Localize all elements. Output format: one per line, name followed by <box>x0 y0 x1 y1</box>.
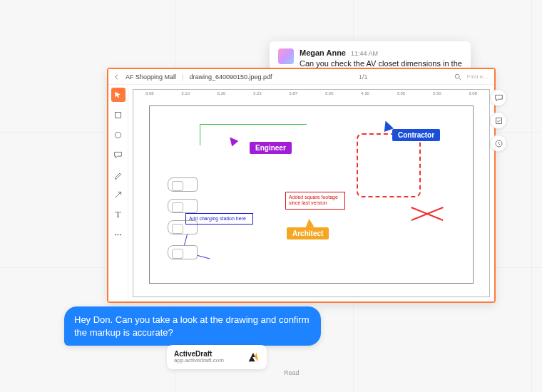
project-name[interactable]: AF Shopping Mall <box>126 73 176 81</box>
tool-rail: T <box>108 85 128 301</box>
comments-button[interactable] <box>490 89 507 106</box>
car-icon <box>168 245 198 259</box>
back-icon[interactable] <box>114 74 120 80</box>
search-icon[interactable] <box>454 73 461 81</box>
svg-point-4 <box>118 234 119 235</box>
pen-tool[interactable] <box>111 167 126 182</box>
select-tool[interactable] <box>111 108 126 122</box>
cursor-tool[interactable] <box>111 88 126 102</box>
architect-arrow-icon <box>305 218 314 227</box>
link-preview[interactable]: ActiveDraft app.activedraft.com <box>167 345 267 369</box>
comment-author: Megan Anne <box>300 48 346 57</box>
page-indicator: 1/1 <box>359 73 368 81</box>
note-charging-station[interactable]: Add charging station here <box>185 213 253 225</box>
svg-point-5 <box>120 234 121 235</box>
app-window: AF Shopping Mall | drawing_640090150.jpe… <box>107 68 496 303</box>
note-square-footage[interactable]: Added square footage since last version <box>285 192 345 210</box>
contractor-tag[interactable]: Contractor <box>392 129 440 141</box>
circle-tool[interactable] <box>111 128 126 142</box>
avatar <box>278 48 294 64</box>
link-url: app.activedraft.com <box>174 358 224 364</box>
svg-rect-1 <box>115 112 121 118</box>
search-placeholder[interactable]: Find a… <box>467 73 489 80</box>
text-tool[interactable]: T <box>111 207 126 222</box>
architect-tag[interactable]: Architect <box>287 227 329 239</box>
right-tool-rail <box>490 89 507 152</box>
read-receipt: Read <box>284 369 300 376</box>
svg-point-3 <box>115 234 116 235</box>
titlebar: AF Shopping Mall | drawing_640090150.jpe… <box>108 69 494 85</box>
activedraft-logo-icon <box>247 351 260 363</box>
svg-rect-6 <box>496 118 501 123</box>
comment-time: 11:44 AM <box>351 50 378 57</box>
red-cross-markup[interactable] <box>410 199 444 227</box>
svg-point-0 <box>455 74 459 78</box>
svg-point-2 <box>115 132 121 138</box>
engineer-tag[interactable]: Engineer <box>250 142 292 154</box>
car-icon <box>168 199 198 213</box>
more-tool[interactable] <box>111 227 126 242</box>
tasks-button[interactable] <box>490 112 507 129</box>
comment-tool[interactable] <box>111 148 126 162</box>
car-icon <box>168 177 198 192</box>
history-button[interactable] <box>490 135 507 152</box>
red-dashed-region[interactable] <box>357 133 421 197</box>
drawing-canvas[interactable]: 3.083.10 6.203.22 5.873.05 4.303.05 5.50… <box>128 85 494 301</box>
chat-bubble: Hey Don. Can you take a look at the draw… <box>64 306 321 346</box>
dimension-row: 3.083.10 6.203.22 5.873.05 4.303.05 5.50… <box>133 88 490 99</box>
file-name[interactable]: drawing_640090150.jpeg.pdf <box>189 73 272 81</box>
arrow-tool[interactable] <box>111 187 126 202</box>
